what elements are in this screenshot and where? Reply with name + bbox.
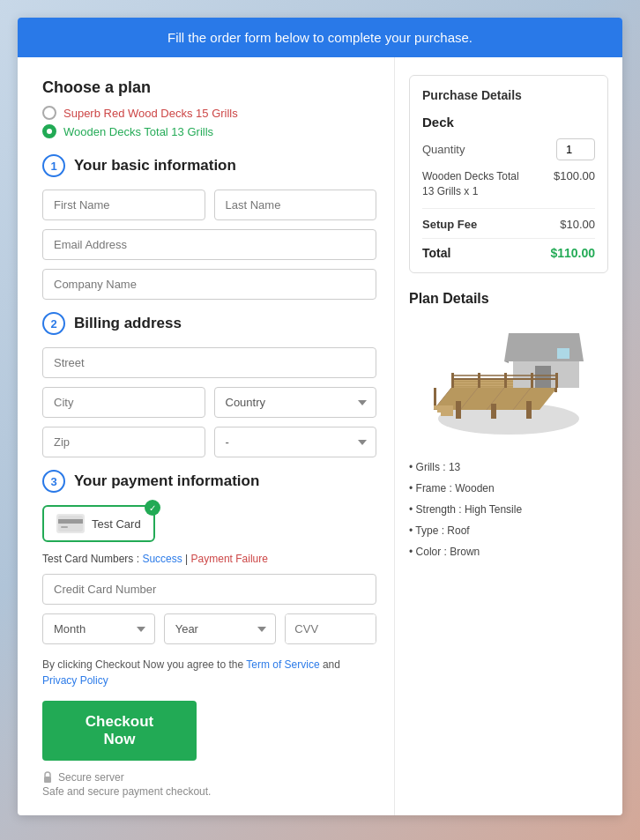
test-card-label: Test Card Numbers :	[42, 553, 142, 565]
plan-label-2: Wooden Decks Total 13 Grills	[63, 125, 213, 138]
top-banner: Fill the order form below to complete yo…	[18, 18, 622, 57]
svg-rect-20	[434, 405, 453, 409]
svg-marker-26	[504, 333, 584, 361]
country-select[interactable]: Country United States United Kingdom Can…	[214, 387, 377, 418]
radio-plan-2[interactable]	[42, 124, 56, 138]
svg-rect-18	[491, 404, 496, 419]
section1-number: 1	[42, 154, 65, 177]
total-amount: $110.00	[550, 246, 595, 260]
section2-number: 2	[42, 312, 65, 335]
section1-header: 1 Your basic information	[42, 154, 376, 177]
last-name-input[interactable]	[214, 190, 377, 220]
street-row	[42, 347, 376, 378]
section3-header: 3 Your payment information	[42, 470, 376, 493]
product-row: Wooden Decks Total 13 Grills x 1 $100.00	[422, 169, 595, 209]
lock-icon	[42, 771, 53, 784]
test-card-numbers: Test Card Numbers : Success | Payment Fa…	[42, 553, 376, 565]
svg-rect-6	[44, 777, 51, 783]
card-label: Test Card	[92, 517, 141, 531]
setup-fee-row: Setup Fee $10.00	[422, 218, 595, 239]
svg-rect-21	[437, 409, 453, 413]
deck-label: Deck	[422, 115, 595, 130]
secure-server: Secure server	[42, 771, 376, 784]
banner-text: Fill the order form below to complete yo…	[167, 30, 473, 45]
radio-plan-1[interactable]	[42, 106, 56, 120]
left-panel: Choose a plan Superb Red Wood Decks 15 G…	[18, 57, 395, 815]
month-year-cvv-row: Month 01020304 05060708 09101112 Year 20…	[42, 613, 376, 644]
section3-number: 3	[42, 470, 65, 493]
safe-text: Safe and secure payment checkout.	[42, 785, 376, 798]
quantity-input[interactable]	[556, 138, 595, 160]
feature-color: Color : Brown	[409, 541, 608, 562]
feature-frame: Frame : Wooden	[409, 478, 608, 499]
section2-header: 2 Billing address	[42, 312, 376, 335]
zip-input[interactable]	[42, 427, 205, 457]
terms-prefix: By clicking Checkout Now you agree to th…	[42, 658, 246, 671]
card-check-badge: ✓	[145, 500, 160, 516]
purchase-details-box: Purchase Details Deck Quantity Wooden De…	[409, 75, 608, 273]
total-label: Total	[422, 246, 450, 260]
first-name-input[interactable]	[42, 190, 205, 220]
feature-grills: Grills : 13	[409, 457, 608, 478]
failure-link[interactable]: Payment Failure	[191, 553, 268, 565]
section1-title: Your basic information	[74, 157, 236, 175]
cvv-wrap	[285, 613, 376, 644]
company-input[interactable]	[42, 269, 376, 300]
terms-link[interactable]: Term of Service	[246, 658, 319, 671]
quantity-row: Quantity	[422, 138, 595, 160]
setup-fee-amount: $10.00	[560, 218, 595, 231]
checkout-button[interactable]: Checkout Now	[42, 701, 197, 761]
svg-rect-23	[434, 388, 436, 405]
plan-label-1: Superb Red Wood Decks 15 Grills	[63, 107, 238, 120]
card-icon	[56, 514, 85, 533]
purchase-details-title: Purchase Details	[422, 88, 595, 102]
city-country-row: Country United States United Kingdom Can…	[42, 387, 376, 418]
section1-fields	[42, 190, 376, 300]
secure-label: Secure server	[58, 771, 124, 784]
plan-options: Superb Red Wood Decks 15 Grills Wooden D…	[42, 106, 376, 138]
deck-image-wrap	[409, 317, 608, 444]
cc-input-wrap	[42, 574, 376, 605]
cvv-input[interactable]	[286, 614, 376, 643]
state-select[interactable]: -	[214, 427, 377, 457]
cc-number-input[interactable]	[42, 574, 376, 605]
right-panel: Purchase Details Deck Quantity Wooden De…	[395, 57, 622, 580]
svg-rect-19	[526, 401, 532, 419]
svg-marker-29	[504, 361, 509, 363]
plan-option-1[interactable]: Superb Red Wood Decks 15 Grills	[42, 106, 376, 120]
product-name: Wooden Decks Total 13 Grills x 1	[422, 169, 528, 199]
year-select[interactable]: Year 20242025202620272028	[164, 613, 277, 644]
section2-title: Billing address	[74, 315, 182, 332]
deck-illustration	[425, 317, 592, 441]
street-input[interactable]	[42, 347, 376, 378]
zip-state-row: -	[42, 427, 376, 457]
svg-rect-2	[61, 526, 68, 528]
plan-details-title: Plan Details	[409, 291, 608, 307]
month-select[interactable]: Month 01020304 05060708 09101112	[42, 613, 155, 644]
email-input[interactable]	[42, 229, 376, 260]
city-input[interactable]	[42, 387, 205, 418]
product-price: $100.00	[554, 169, 595, 182]
setup-fee-label: Setup Fee	[422, 218, 477, 231]
company-row	[42, 269, 376, 300]
svg-rect-17	[456, 401, 461, 419]
email-row	[42, 229, 376, 260]
section3-title: Your payment information	[74, 472, 259, 490]
choose-plan-title: Choose a plan	[42, 78, 376, 97]
and-text: and	[323, 658, 340, 671]
feature-strength: Strength : High Tensile	[409, 499, 608, 520]
total-row: Total $110.00	[422, 246, 595, 260]
svg-rect-27	[535, 366, 551, 388]
main-container: Fill the order form below to complete yo…	[18, 18, 622, 815]
success-link[interactable]: Success	[142, 553, 182, 565]
svg-rect-22	[441, 413, 453, 416]
name-row	[42, 190, 376, 220]
deck-features: Grills : 13 Frame : Wooden Strength : Hi…	[409, 457, 608, 562]
plan-option-2[interactable]: Wooden Decks Total 13 Grills	[42, 124, 376, 138]
svg-rect-28	[557, 348, 569, 359]
card-option[interactable]: Test Card ✓	[42, 505, 155, 542]
quantity-label: Quantity	[422, 143, 465, 156]
svg-rect-1	[58, 519, 83, 524]
feature-type: Type : Roof	[409, 520, 608, 541]
privacy-link[interactable]: Privacy Policy	[42, 674, 108, 687]
